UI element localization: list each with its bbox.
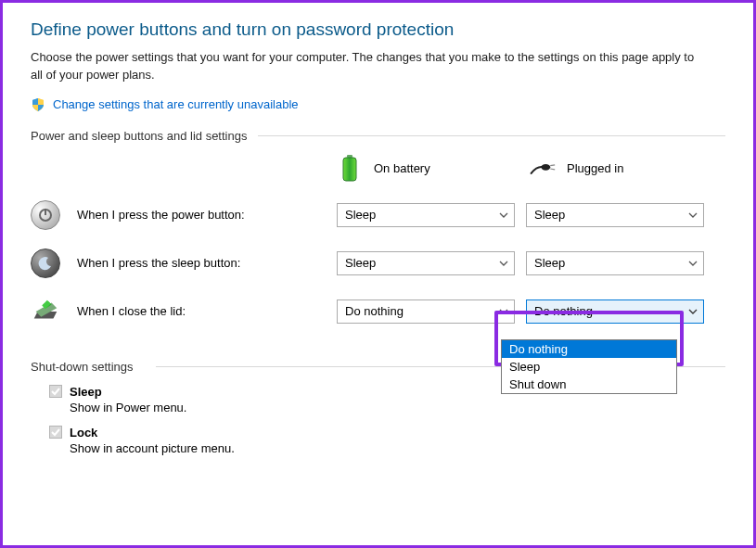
header-plugged-in: Plugged in [530, 154, 715, 184]
select-sleep-battery[interactable]: Sleep [337, 251, 515, 275]
select-lid-plugged[interactable]: Do nothing [526, 299, 704, 324]
row-power-button: When I press the power button: Sleep Sle… [31, 200, 725, 230]
checkbox-sleep-desc: Show in Power menu. [70, 401, 725, 414]
dropdown-option-do-nothing[interactable]: Do nothing [502, 340, 676, 358]
checkbox-lock-desc: Show in account picture menu. [70, 441, 725, 455]
row-sleep-label: When I press the sleep button: [77, 256, 337, 270]
chevron-down-icon [499, 212, 508, 218]
svg-line-4 [550, 169, 555, 170]
page-title: Define power buttons and turn on passwor… [31, 19, 725, 40]
dropdown-option-sleep[interactable]: Sleep [502, 358, 676, 376]
select-sleep-plugged[interactable]: Sleep [526, 251, 704, 275]
battery-icon [337, 154, 363, 184]
row-sleep-button: When I press the sleep button: Sleep Sle… [31, 249, 725, 278]
checkbox-lock-label: Lock [70, 426, 97, 440]
row-close-lid: When I close the lid: Do nothing Do noth… [31, 297, 725, 326]
column-headers: On battery Plugged in [31, 154, 725, 184]
chevron-down-icon [688, 212, 698, 218]
plug-icon [530, 154, 556, 184]
change-settings-row[interactable]: Change settings that are currently unava… [31, 97, 725, 112]
dropdown-option-shut-down[interactable]: Shut down [502, 376, 676, 393]
checkbox-lock-row: Lock [49, 426, 725, 440]
svg-point-2 [541, 164, 550, 171]
row-power-label: When I press the power button: [77, 208, 337, 222]
header-plugged-label: Plugged in [567, 161, 623, 175]
section-power-sleep-label: Power and sleep buttons and lid settings [31, 129, 725, 143]
change-settings-link[interactable]: Change settings that are currently unava… [53, 97, 299, 111]
power-options-panel: Define power buttons and turn on passwor… [0, 0, 756, 548]
chevron-down-icon [499, 261, 508, 266]
select-power-battery[interactable]: Sleep [337, 203, 515, 227]
checkbox-lock[interactable] [49, 426, 62, 439]
select-lid-battery[interactable]: Do nothing [337, 299, 515, 324]
shield-icon [31, 97, 45, 112]
header-battery-label: On battery [374, 161, 430, 175]
svg-rect-1 [343, 158, 356, 181]
select-lid-plugged-dropdown[interactable]: Do nothing Sleep Shut down [501, 339, 677, 394]
page-subtitle: Choose the power settings that you want … [31, 49, 698, 84]
power-button-icon [31, 200, 60, 230]
checkbox-sleep-label: Sleep [70, 385, 102, 399]
chevron-down-icon [499, 309, 508, 314]
svg-line-3 [550, 165, 555, 166]
select-power-plugged[interactable]: Sleep [526, 203, 704, 227]
chevron-down-icon [688, 309, 698, 314]
sleep-button-icon [31, 249, 60, 278]
row-lid-label: When I close the lid: [77, 304, 337, 318]
header-on-battery: On battery [337, 154, 522, 184]
chevron-down-icon [688, 261, 698, 266]
lid-icon [31, 297, 60, 326]
checkbox-sleep[interactable] [49, 385, 62, 398]
